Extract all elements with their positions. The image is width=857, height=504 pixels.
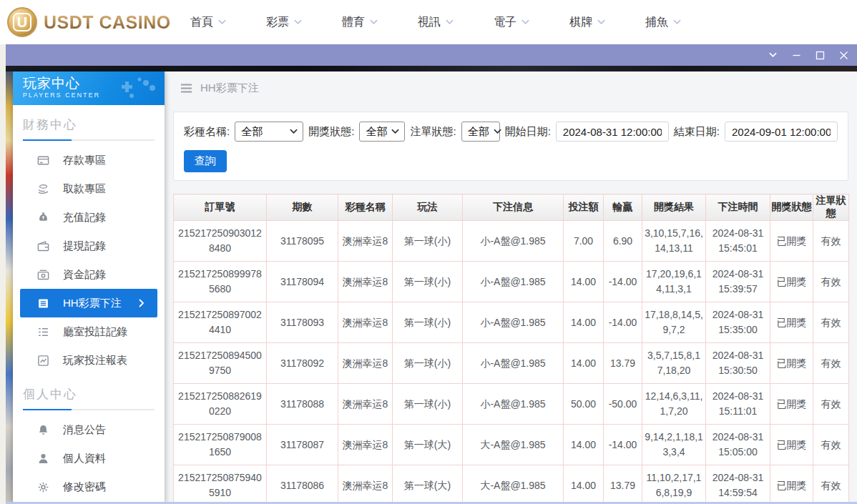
- table-cell: 第一球(小): [393, 384, 463, 425]
- chevron-down-icon: [446, 19, 454, 25]
- table-cell: 3,5,7,15,8,17,18,20: [642, 343, 706, 384]
- table-row: 215217250897002441031178093澳洲幸运8第一球(小)小-…: [174, 302, 849, 343]
- table-cell: 31178095: [267, 221, 338, 262]
- chevron-down-icon: [673, 19, 681, 25]
- table-cell: 9,14,2,1,18,13,3,4: [642, 425, 706, 465]
- table-cell: 31178094: [267, 262, 338, 302]
- table-cell: 小-A盤@1.985: [463, 384, 564, 425]
- table-cell: 澳洲幸运8: [338, 425, 393, 465]
- column-header-2: 期數: [267, 194, 338, 221]
- sidebar-item-profile[interactable]: 個人資料: [20, 444, 157, 473]
- report-icon: [36, 355, 49, 367]
- menu-toggle-icon[interactable]: [180, 84, 192, 93]
- bell-icon: [36, 424, 49, 436]
- table-cell: -14.00: [604, 425, 642, 465]
- sidebar-item-label: 玩家投注報表: [63, 354, 127, 367]
- table-row: 215217250879008165031178087澳洲幸运8第一球(大)大-…: [174, 425, 849, 465]
- sidebar-item-label: 個人資料: [63, 452, 106, 465]
- bets-table-wrap: 訂單號期數彩種名稱玩法下注信息投注額輸贏開獎結果下注時間開獎狀態注單狀態 215…: [173, 194, 848, 504]
- nav-item-fishing[interactable]: 捕魚: [645, 15, 681, 30]
- lottery-name-select[interactable]: 全部: [235, 122, 303, 142]
- sidebar-item-recharge-record[interactable]: 充值記錄: [20, 203, 157, 232]
- table-cell: 31178086: [267, 465, 338, 504]
- chevron-down-icon: [290, 129, 298, 134]
- table-cell: 澳洲幸运8: [338, 302, 393, 343]
- column-header-5: 下注信息: [463, 194, 564, 221]
- end-date-input[interactable]: [725, 122, 838, 142]
- table-cell: 第一球(小): [393, 302, 463, 343]
- withdraw-icon: [36, 183, 49, 195]
- table-cell: 小-A盤@1.985: [463, 221, 564, 262]
- sidebar-menu: 財務中心存款專區取款專區充值記錄提現記錄資金記錄HH彩票下注廳室投註記錄玩家投注…: [13, 117, 165, 504]
- draw-status-select[interactable]: 全部: [359, 122, 405, 142]
- nav-item-home[interactable]: 首頁: [190, 15, 226, 30]
- table-cell: -14.00: [604, 302, 642, 343]
- table-cell: 有效: [813, 221, 849, 262]
- titlebar-chevron-button[interactable]: [761, 44, 785, 66]
- maximize-button[interactable]: [808, 44, 832, 66]
- table-cell: 2024-08-31 15:39:57: [706, 262, 770, 302]
- table-cell: 小-A盤@1.985: [463, 262, 564, 302]
- table-cell: 已開獎: [770, 221, 813, 262]
- table-cell: 有效: [813, 465, 849, 504]
- sidebar-item-withdraw[interactable]: 取款專區: [20, 174, 157, 203]
- search-button[interactable]: 查詢: [184, 150, 227, 172]
- sidebar-item-hall-bet-record[interactable]: 廳室投註記錄: [20, 317, 157, 346]
- sidebar-item-change-password[interactable]: 修改密碼: [20, 473, 157, 501]
- sidebar-item-label: 充值記錄: [63, 211, 106, 224]
- chevron-right-icon: [135, 299, 148, 307]
- table-cell: 已開獎: [770, 384, 813, 425]
- window-titlebar: [6, 44, 857, 66]
- table-cell: 有效: [813, 384, 849, 425]
- background-image-strip: [6, 71, 13, 504]
- order-status-select[interactable]: 全部: [461, 122, 500, 142]
- sidebar-item-withdrawal-record[interactable]: 提現記錄: [20, 232, 157, 260]
- column-header-4: 玩法: [393, 194, 463, 221]
- nav-item-slots[interactable]: 電子: [494, 15, 529, 30]
- sidebar-item-funds-record[interactable]: 資金記錄: [20, 260, 157, 289]
- column-header-7: 輸贏: [604, 194, 642, 221]
- nav-item-cards[interactable]: 棋牌: [569, 15, 605, 30]
- chevron-down-icon: [370, 19, 378, 25]
- section-divider: [23, 139, 155, 141]
- table-cell: 澳洲幸运8: [338, 262, 393, 302]
- table-cell: 有效: [813, 343, 849, 384]
- sidebar-item-deposit[interactable]: 存款專區: [20, 146, 157, 174]
- table-cell: 13.79: [604, 343, 642, 384]
- column-header-3: 彩種名稱: [338, 194, 393, 221]
- close-button[interactable]: [832, 44, 856, 66]
- funds-icon: [36, 269, 49, 281]
- chevron-down-icon: [521, 19, 529, 25]
- nav-item-sports[interactable]: 體育: [342, 15, 378, 30]
- hall-record-icon: [36, 326, 49, 338]
- nav-item-live[interactable]: 視訊: [418, 15, 454, 30]
- nav-item-lottery[interactable]: 彩票: [266, 15, 302, 30]
- brand-logo[interactable]: U USDT CASINO: [7, 7, 177, 37]
- nav-item-label: 電子: [494, 15, 516, 30]
- table-cell: 17,18,8,14,5,9,7,2: [642, 302, 706, 343]
- table-row: 215217250894500975031178092澳洲幸运8第一球(小)小-…: [174, 343, 849, 384]
- sidebar-item-label: 取款專區: [63, 182, 106, 196]
- lottery-name-value: 全部: [241, 125, 263, 139]
- usdt-coin-icon: U: [7, 7, 37, 37]
- gear-icon: [36, 481, 49, 493]
- sidebar-item-hh-lottery-bets[interactable]: HH彩票下注: [20, 289, 157, 317]
- minimize-button[interactable]: [785, 44, 808, 66]
- deposit-icon: [36, 154, 49, 167]
- sidebar-section-title: 財務中心: [23, 117, 155, 133]
- column-header-1: 訂單號: [174, 194, 267, 221]
- chevron-down-icon: [294, 19, 302, 25]
- order-status-label: 注單狀態:: [410, 125, 456, 139]
- draw-status-label: 開獎狀態:: [308, 125, 354, 139]
- sidebar-item-player-bet-report[interactable]: 玩家投注報表: [20, 346, 157, 375]
- sidebar-item-announcements[interactable]: 消息公告: [20, 415, 157, 444]
- table-cell: 已開獎: [770, 465, 813, 504]
- recharge-icon: [36, 212, 49, 224]
- start-date-input[interactable]: [556, 122, 669, 142]
- table-cell: 17,20,19,6,14,11,3,1: [642, 262, 706, 302]
- table-cell: 2024-08-31 14:59:54: [706, 465, 770, 504]
- table-cell: 14.00: [564, 465, 604, 504]
- chevron-down-icon: [494, 129, 501, 134]
- table-cell: 有效: [813, 262, 849, 302]
- table-cell: 第一球(小): [393, 221, 463, 262]
